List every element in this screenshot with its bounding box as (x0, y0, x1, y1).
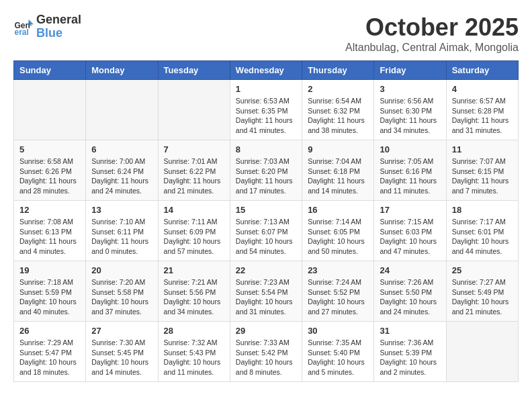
calendar-cell: 30Sunrise: 7:35 AMSunset: 5:40 PMDayligh… (302, 322, 374, 382)
day-info: Sunrise: 7:18 AMSunset: 5:59 PMDaylight:… (19, 277, 80, 317)
weekday-header-row: SundayMondayTuesdayWednesdayThursdayFrid… (14, 61, 519, 80)
day-info: Sunrise: 7:32 AMSunset: 5:43 PMDaylight:… (164, 338, 224, 377)
day-info: Sunrise: 6:56 AMSunset: 6:30 PMDaylight:… (380, 96, 440, 136)
title-area: October 2025 Altanbulag, Central Aimak, … (345, 13, 519, 54)
day-info: Sunrise: 7:21 AMSunset: 5:56 PMDaylight:… (164, 277, 224, 317)
calendar-cell: 5Sunrise: 6:58 AMSunset: 6:26 PMDaylight… (14, 140, 86, 201)
calendar-cell: 17Sunrise: 7:15 AMSunset: 6:03 PMDayligh… (374, 201, 446, 261)
logo-text: General Blue (36, 13, 81, 40)
day-number: 19 (19, 265, 80, 275)
page-header: Gen eral General Blue October 2025 Altan… (13, 13, 519, 54)
day-info: Sunrise: 7:05 AMSunset: 6:16 PMDaylight:… (380, 156, 440, 196)
weekday-header-monday: Monday (86, 61, 158, 80)
day-number: 13 (91, 205, 152, 215)
day-number: 2 (308, 84, 368, 94)
calendar-cell: 4Sunrise: 6:57 AMSunset: 6:28 PMDaylight… (446, 80, 518, 140)
calendar-cell (158, 80, 230, 140)
calendar-cell: 27Sunrise: 7:30 AMSunset: 5:45 PMDayligh… (86, 322, 158, 382)
day-info: Sunrise: 7:27 AMSunset: 5:49 PMDaylight:… (452, 277, 513, 317)
day-number: 7 (164, 144, 224, 154)
day-info: Sunrise: 7:07 AMSunset: 6:15 PMDaylight:… (452, 156, 513, 196)
day-info: Sunrise: 7:35 AMSunset: 5:40 PMDaylight:… (308, 338, 368, 377)
day-info: Sunrise: 7:29 AMSunset: 5:47 PMDaylight:… (19, 338, 80, 377)
calendar-week-row: 1Sunrise: 6:53 AMSunset: 6:35 PMDaylight… (14, 80, 519, 140)
calendar-cell: 12Sunrise: 7:08 AMSunset: 6:13 PMDayligh… (14, 201, 86, 261)
calendar-week-row: 26Sunrise: 7:29 AMSunset: 5:47 PMDayligh… (14, 322, 519, 382)
weekday-header-wednesday: Wednesday (230, 61, 302, 80)
day-info: Sunrise: 7:23 AMSunset: 5:54 PMDaylight:… (236, 277, 296, 317)
day-info: Sunrise: 7:11 AMSunset: 6:09 PMDaylight:… (164, 217, 224, 257)
day-info: Sunrise: 6:57 AMSunset: 6:28 PMDaylight:… (452, 96, 513, 136)
calendar-cell: 21Sunrise: 7:21 AMSunset: 5:56 PMDayligh… (158, 261, 230, 322)
calendar-cell: 31Sunrise: 7:36 AMSunset: 5:39 PMDayligh… (374, 322, 446, 382)
calendar-week-row: 19Sunrise: 7:18 AMSunset: 5:59 PMDayligh… (14, 261, 519, 322)
day-number: 24 (380, 265, 440, 275)
calendar-cell: 29Sunrise: 7:33 AMSunset: 5:42 PMDayligh… (230, 322, 302, 382)
logo-general: General (36, 13, 81, 26)
logo-blue: Blue (36, 26, 62, 40)
calendar-table: SundayMondayTuesdayWednesdayThursdayFrid… (13, 60, 519, 382)
calendar-cell: 26Sunrise: 7:29 AMSunset: 5:47 PMDayligh… (14, 322, 86, 382)
day-info: Sunrise: 7:26 AMSunset: 5:50 PMDaylight:… (380, 277, 440, 317)
day-number: 4 (452, 84, 513, 94)
weekday-header-saturday: Saturday (446, 61, 518, 80)
weekday-header-thursday: Thursday (302, 61, 374, 80)
svg-text:eral: eral (15, 28, 29, 37)
day-number: 17 (380, 205, 440, 215)
day-number: 14 (164, 205, 224, 215)
calendar-cell: 13Sunrise: 7:10 AMSunset: 6:11 PMDayligh… (86, 201, 158, 261)
day-number: 15 (236, 205, 296, 215)
day-number: 5 (19, 144, 80, 154)
day-info: Sunrise: 7:00 AMSunset: 6:24 PMDaylight:… (91, 156, 152, 196)
day-number: 10 (380, 144, 440, 154)
weekday-header-sunday: Sunday (14, 61, 86, 80)
logo: Gen eral General Blue (13, 13, 81, 40)
calendar-cell: 22Sunrise: 7:23 AMSunset: 5:54 PMDayligh… (230, 261, 302, 322)
day-number: 11 (452, 144, 513, 154)
weekday-header-tuesday: Tuesday (158, 61, 230, 80)
calendar-week-row: 5Sunrise: 6:58 AMSunset: 6:26 PMDaylight… (14, 140, 519, 201)
calendar-cell: 6Sunrise: 7:00 AMSunset: 6:24 PMDaylight… (86, 140, 158, 201)
day-info: Sunrise: 7:14 AMSunset: 6:05 PMDaylight:… (308, 217, 368, 257)
day-number: 20 (91, 265, 152, 275)
day-number: 28 (164, 326, 224, 336)
day-number: 21 (164, 265, 224, 275)
day-number: 3 (380, 84, 440, 94)
calendar-cell: 19Sunrise: 7:18 AMSunset: 5:59 PMDayligh… (14, 261, 86, 322)
calendar-cell: 10Sunrise: 7:05 AMSunset: 6:16 PMDayligh… (374, 140, 446, 201)
calendar-cell (446, 322, 518, 382)
month-title: October 2025 (345, 13, 519, 42)
day-info: Sunrise: 6:58 AMSunset: 6:26 PMDaylight:… (19, 156, 80, 196)
calendar-cell: 20Sunrise: 7:20 AMSunset: 5:58 PMDayligh… (86, 261, 158, 322)
day-info: Sunrise: 7:24 AMSunset: 5:52 PMDaylight:… (308, 277, 368, 317)
day-info: Sunrise: 7:36 AMSunset: 5:39 PMDaylight:… (380, 338, 440, 377)
day-info: Sunrise: 7:01 AMSunset: 6:22 PMDaylight:… (164, 156, 224, 196)
day-number: 18 (452, 205, 513, 215)
day-number: 16 (308, 205, 368, 215)
day-info: Sunrise: 7:08 AMSunset: 6:13 PMDaylight:… (19, 217, 80, 257)
day-info: Sunrise: 6:53 AMSunset: 6:35 PMDaylight:… (236, 96, 296, 136)
calendar-cell: 18Sunrise: 7:17 AMSunset: 6:01 PMDayligh… (446, 201, 518, 261)
calendar-cell: 1Sunrise: 6:53 AMSunset: 6:35 PMDaylight… (230, 80, 302, 140)
calendar-cell: 9Sunrise: 7:04 AMSunset: 6:18 PMDaylight… (302, 140, 374, 201)
day-number: 26 (19, 326, 80, 336)
calendar-cell: 7Sunrise: 7:01 AMSunset: 6:22 PMDaylight… (158, 140, 230, 201)
day-info: Sunrise: 7:20 AMSunset: 5:58 PMDaylight:… (91, 277, 152, 317)
calendar-cell: 3Sunrise: 6:56 AMSunset: 6:30 PMDaylight… (374, 80, 446, 140)
day-info: Sunrise: 7:30 AMSunset: 5:45 PMDaylight:… (91, 338, 152, 377)
day-number: 6 (91, 144, 152, 154)
day-number: 29 (236, 326, 296, 336)
day-info: Sunrise: 7:03 AMSunset: 6:20 PMDaylight:… (236, 156, 296, 196)
day-info: Sunrise: 7:10 AMSunset: 6:11 PMDaylight:… (91, 217, 152, 257)
calendar-cell: 23Sunrise: 7:24 AMSunset: 5:52 PMDayligh… (302, 261, 374, 322)
calendar-cell: 11Sunrise: 7:07 AMSunset: 6:15 PMDayligh… (446, 140, 518, 201)
day-number: 27 (91, 326, 152, 336)
calendar-cell (86, 80, 158, 140)
day-number: 8 (236, 144, 296, 154)
day-number: 22 (236, 265, 296, 275)
day-number: 1 (236, 84, 296, 94)
calendar-cell: 2Sunrise: 6:54 AMSunset: 6:32 PMDaylight… (302, 80, 374, 140)
calendar-cell: 24Sunrise: 7:26 AMSunset: 5:50 PMDayligh… (374, 261, 446, 322)
day-info: Sunrise: 7:33 AMSunset: 5:42 PMDaylight:… (236, 338, 296, 377)
day-info: Sunrise: 7:15 AMSunset: 6:03 PMDaylight:… (380, 217, 440, 257)
